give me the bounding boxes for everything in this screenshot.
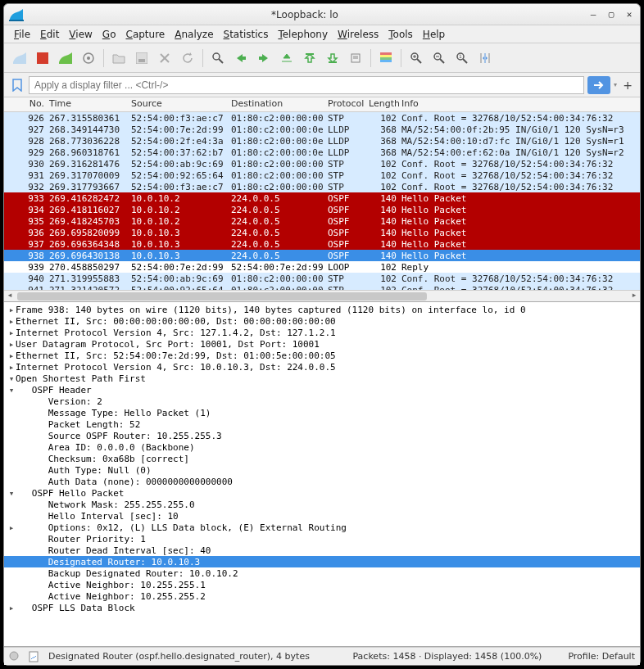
detail-line[interactable]: ▾Open Shortest Path First: [4, 373, 640, 384]
col-header-info[interactable]: Info: [399, 97, 640, 111]
detail-line[interactable]: ▸ Options: 0x12, (L) LLS Data block, (E)…: [4, 522, 640, 533]
menu-statistics[interactable]: Statistics: [219, 27, 274, 42]
expand-right-icon[interactable]: ▸: [7, 362, 16, 373]
packet-row[interactable]: 932269.31779366752:54:00:f3:ae:c701:80:c…: [4, 181, 640, 192]
find-icon[interactable]: [207, 47, 229, 69]
packet-list-pane[interactable]: No. Time Source Destination Protocol Len…: [4, 97, 640, 302]
detail-line[interactable]: Router Priority: 1: [4, 533, 640, 545]
zoom-out-icon[interactable]: [429, 47, 450, 69]
detail-line[interactable]: Hello Interval [sec]: 10: [4, 510, 640, 522]
packet-row[interactable]: 929268.96031876152:54:00:37:62:b701:80:c…: [4, 147, 640, 158]
stop-capture-icon[interactable]: [32, 47, 53, 69]
apply-filter-button[interactable]: [587, 76, 610, 94]
detail-line[interactable]: Network Mask: 255.255.255.0: [4, 499, 640, 510]
packet-list-header[interactable]: No. Time Source Destination Protocol Len…: [4, 97, 640, 112]
auto-scroll-icon[interactable]: [345, 47, 366, 69]
detail-line[interactable]: Auth Data (none): 0000000000000000: [4, 476, 640, 487]
display-filter-input[interactable]: [29, 76, 584, 94]
start-capture-icon[interactable]: [9, 47, 30, 69]
packet-row[interactable]: 930269.31628147652:54:00:ab:9c:6901:80:c…: [4, 158, 640, 170]
expand-right-icon[interactable]: ▸: [7, 316, 16, 327]
packet-list-body[interactable]: 926267.31558036152:54:00:f3:ae:c701:80:c…: [4, 112, 640, 290]
go-first-icon[interactable]: [299, 47, 320, 69]
detail-line[interactable]: ▾ OSPF Header: [4, 384, 640, 396]
minimize-button[interactable]: —: [587, 9, 599, 20]
menu-tools[interactable]: Tools: [383, 27, 418, 42]
col-header-time[interactable]: Time: [47, 97, 129, 111]
capture-options-icon[interactable]: [78, 47, 99, 69]
detail-line[interactable]: Version: 2: [4, 396, 640, 407]
packet-row[interactable]: 933269.41628247210.0.10.2224.0.0.5OSPF14…: [4, 192, 640, 204]
detail-line[interactable]: Active Neighbor: 10.255.255.2: [4, 590, 640, 602]
menu-wireless[interactable]: Wireless: [333, 27, 383, 42]
scroll-thumb[interactable]: [17, 292, 427, 301]
menu-view[interactable]: View: [64, 27, 97, 42]
menu-help[interactable]: Help: [418, 27, 450, 42]
zoom-in-icon[interactable]: [406, 47, 427, 69]
close-file-icon[interactable]: [154, 47, 175, 69]
col-header-length[interactable]: Length: [366, 97, 399, 111]
expand-right-icon[interactable]: ▸: [7, 603, 16, 613]
packet-row[interactable]: 935269.41824570310.0.10.2224.0.0.5OSPF14…: [4, 215, 640, 227]
detail-line[interactable]: Source OSPF Router: 10.255.255.3: [4, 430, 640, 441]
expand-down-icon[interactable]: ▾: [7, 385, 16, 396]
jump-icon[interactable]: [276, 47, 297, 69]
detail-line[interactable]: ▸Internet Protocol Version 4, Src: 127.1…: [4, 327, 640, 338]
menu-telephony[interactable]: Telephony: [273, 27, 333, 42]
menu-go[interactable]: Go: [98, 27, 121, 42]
status-profile[interactable]: Profile: Default: [568, 651, 635, 662]
go-last-icon[interactable]: [322, 47, 343, 69]
colorize-icon[interactable]: [375, 47, 397, 69]
packet-row[interactable]: 927268.34914473052:54:00:7e:2d:9901:80:c…: [4, 124, 640, 135]
col-header-no[interactable]: No.: [4, 97, 47, 111]
detail-line[interactable]: Area ID: 0.0.0.0 (Backbone): [4, 441, 640, 453]
packet-row[interactable]: 928268.77303622852:54:00:2f:e4:3a01:80:c…: [4, 135, 640, 147]
packet-row[interactable]: 937269.69636434810.0.10.3224.0.0.5OSPF14…: [4, 238, 640, 250]
detail-line[interactable]: Checksum: 0xa68b [correct]: [4, 453, 640, 464]
expand-right-icon[interactable]: ▸: [7, 522, 16, 533]
h-scrollbar[interactable]: ◂ ▸: [4, 290, 640, 301]
detail-line[interactable]: Auth Type: Null (0): [4, 464, 640, 476]
col-header-source[interactable]: Source: [129, 97, 229, 111]
expand-right-icon[interactable]: ▸: [7, 350, 16, 361]
expand-right-icon[interactable]: ▸: [7, 328, 16, 338]
scroll-left-icon[interactable]: ◂: [4, 291, 16, 301]
expand-right-icon[interactable]: ▸: [7, 305, 16, 315]
resize-columns-icon[interactable]: [474, 47, 496, 69]
packet-row[interactable]: 934269.41811602710.0.10.2224.0.0.5OSPF14…: [4, 204, 640, 215]
go-back-icon[interactable]: [230, 47, 252, 69]
detail-line[interactable]: ▸Ethernet II, Src: 52:54:00:7e:2d:99, Ds…: [4, 350, 640, 361]
packet-row[interactable]: 936269.69582009910.0.10.3224.0.0.5OSPF14…: [4, 227, 640, 238]
packet-row[interactable]: 939270.45885029752:54:00:7e:2d:9952:54:0…: [4, 261, 640, 273]
menu-edit[interactable]: Edit: [35, 27, 64, 42]
detail-line[interactable]: Designated Router: 10.0.10.3: [4, 556, 640, 567]
titlebar[interactable]: *Loopback: lo — ▢ ✕: [4, 4, 640, 25]
expert-info-icon[interactable]: [9, 651, 20, 662]
packet-row[interactable]: 938269.69643013810.0.10.3224.0.0.5OSPF14…: [4, 250, 640, 261]
col-header-destination[interactable]: Destination: [229, 97, 325, 111]
expand-down-icon[interactable]: ▾: [7, 488, 16, 499]
detail-line[interactable]: ▸User Datagram Protocol, Src Port: 10001…: [4, 338, 640, 350]
packet-row[interactable]: 941271.32142057252:54:00:92:65:6401:80:c…: [4, 284, 640, 290]
detail-line[interactable]: ▸Ethernet II, Src: 00:00:00:00:00:00, Ds…: [4, 315, 640, 327]
scroll-right-icon[interactable]: ▸: [628, 291, 640, 301]
menu-capture[interactable]: Capture: [120, 27, 170, 42]
detail-line[interactable]: Router Dead Interval [sec]: 40: [4, 545, 640, 556]
reload-icon[interactable]: [177, 47, 198, 69]
close-button[interactable]: ✕: [624, 9, 635, 20]
detail-line[interactable]: Active Neighbor: 10.255.255.1: [4, 579, 640, 590]
add-filter-button[interactable]: +: [620, 79, 635, 92]
maximize-button[interactable]: ▢: [605, 9, 617, 20]
packet-details-pane[interactable]: ▸Frame 938: 140 bytes on wire (1120 bits…: [4, 302, 640, 647]
save-file-icon[interactable]: [131, 47, 152, 69]
detail-line[interactable]: Message Type: Hello Packet (1): [4, 407, 640, 418]
packet-row[interactable]: 940271.31995588352:54:00:ab:9c:6901:80:c…: [4, 273, 640, 284]
detail-line[interactable]: ▸Internet Protocol Version 4, Src: 10.0.…: [4, 361, 640, 373]
expand-right-icon[interactable]: ▸: [7, 339, 16, 350]
menu-analyze[interactable]: Analyze: [170, 27, 218, 42]
menu-file[interactable]: File: [9, 27, 35, 42]
detail-line[interactable]: ▾ OSPF Hello Packet: [4, 487, 640, 499]
zoom-reset-icon[interactable]: 1: [451, 47, 473, 69]
detail-line[interactable]: Packet Length: 52: [4, 418, 640, 430]
expand-down-icon[interactable]: ▾: [7, 373, 16, 384]
